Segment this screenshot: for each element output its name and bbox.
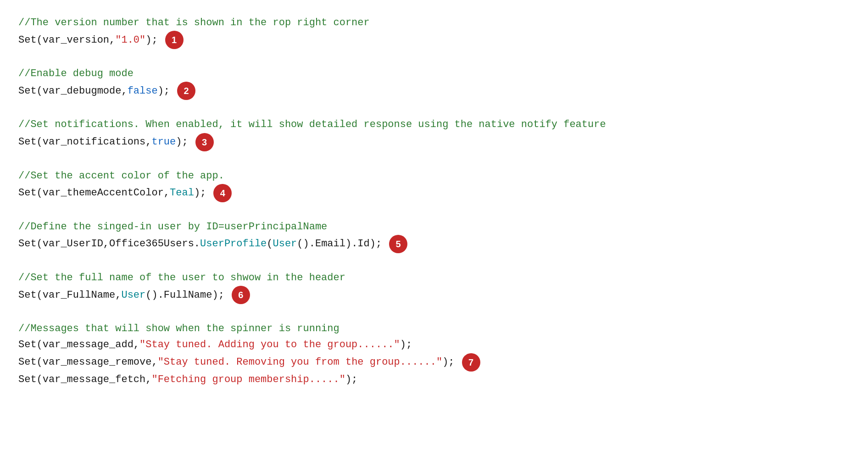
code-section-6: //Set the full name of the user to shwow… <box>18 270 850 304</box>
code-text-6: Set(var_FullName,User().FullName); <box>18 287 224 303</box>
code-text-5: Set(var_UserID,Office365Users.UserProfil… <box>18 236 382 252</box>
code-line-6: Set(var_FullName,User().FullName); 6 <box>18 286 850 304</box>
code-text-7b: Set(var_message_remove,"Stay tuned. Remo… <box>18 354 455 370</box>
comment-6: //Set the full name of the user to shwow… <box>18 270 850 286</box>
comment-5: //Define the singed-in user by ID=userPr… <box>18 219 850 235</box>
code-line-4: Set(var_themeAccentColor,Teal); 4 <box>18 184 850 202</box>
code-section-7: //Messages that will show when the spinn… <box>18 321 850 388</box>
comment-3: //Set notifications. When enabled, it wi… <box>18 117 850 133</box>
comment-2: //Enable debug mode <box>18 66 850 82</box>
code-line-7c: Set(var_message_fetch,"Fetching group me… <box>18 372 850 388</box>
code-line-5: Set(var_UserID,Office365Users.UserProfil… <box>18 235 850 253</box>
badge-5: 5 <box>389 235 407 253</box>
code-line-7a: Set(var_message_add,"Stay tuned. Adding … <box>18 337 850 353</box>
badge-4: 4 <box>213 184 232 202</box>
badge-3: 3 <box>195 133 214 151</box>
code-section-2: //Enable debug mode Set(var_debugmode,fa… <box>18 66 850 100</box>
code-line-3: Set(var_notifications,true); 3 <box>18 133 850 151</box>
code-text-3: Set(var_notifications,true); <box>18 134 188 150</box>
comment-4: //Set the accent color of the app. <box>18 168 850 184</box>
code-text-4: Set(var_themeAccentColor,Teal); <box>18 185 206 201</box>
code-text-1: Set(var_version,"1.0"); <box>18 32 158 48</box>
code-text-7a: Set(var_message_add,"Stay tuned. Adding … <box>18 337 412 353</box>
comment-7: //Messages that will show when the spinn… <box>18 321 850 337</box>
code-line-2: Set(var_debugmode,false); 2 <box>18 82 850 100</box>
code-section-1: //The version number that is shown in th… <box>18 15 850 49</box>
badge-7: 7 <box>462 353 480 372</box>
comment-1: //The version number that is shown in th… <box>18 15 850 31</box>
code-line-7b: Set(var_message_remove,"Stay tuned. Remo… <box>18 353 850 372</box>
code-line-1: Set(var_version,"1.0"); 1 <box>18 31 850 49</box>
code-section-5: //Define the singed-in user by ID=userPr… <box>18 219 850 253</box>
badge-1: 1 <box>165 31 184 49</box>
badge-2: 2 <box>177 82 195 100</box>
badge-6: 6 <box>232 286 250 304</box>
code-section-4: //Set the accent color of the app. Set(v… <box>18 168 850 202</box>
code-section-3: //Set notifications. When enabled, it wi… <box>18 117 850 151</box>
code-text-7c: Set(var_message_fetch,"Fetching group me… <box>18 372 357 388</box>
code-text-2: Set(var_debugmode,false); <box>18 83 170 99</box>
